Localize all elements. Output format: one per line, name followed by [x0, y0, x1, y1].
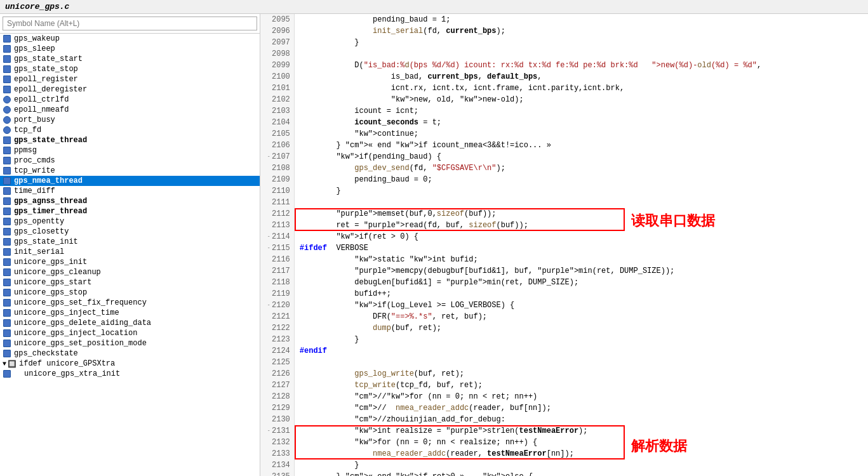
line-number: 2123	[264, 334, 290, 345]
fold-button[interactable]: -	[264, 242, 270, 254]
sidebar-item-unicore_gps_stop[interactable]: unicore_gps_stop	[0, 288, 260, 298]
code-line: "kw">if(Log_Level >= LOG_VERBOSE) {	[300, 300, 863, 311]
sidebar-item-port_busy[interactable]: port_busy	[0, 115, 260, 125]
line-number: 2118	[264, 277, 290, 288]
rect-icon	[3, 208, 11, 215]
fold-button[interactable]: -	[264, 300, 270, 311]
sidebar-item-label: gps_checkstate	[14, 349, 78, 358]
symbol-type-icon	[3, 308, 11, 317]
code-line: bufid++;	[300, 288, 863, 300]
sidebar-item-gps_wakeup[interactable]: gps_wakeup	[0, 34, 260, 44]
search-input[interactable]	[3, 17, 257, 30]
rect-icon	[3, 238, 11, 246]
symbol-type-icon	[3, 258, 11, 267]
symbol-type-icon	[3, 369, 11, 378]
line-number: -2131	[264, 425, 290, 437]
line-number: 2105	[264, 128, 290, 140]
file-title: unicore_gps.c	[5, 2, 69, 11]
sidebar-item-init_serial[interactable]: init_serial	[0, 247, 260, 257]
sidebar-item-label: unicore_gps_set_position_mode	[14, 339, 147, 348]
sidebar-item-ifdef_unicore_GPSXtra[interactable]: ▼ 🔲 ifdef unicore_GPSXtra	[0, 359, 260, 369]
rect-icon	[3, 319, 11, 327]
sidebar-item-unicore_gps_inject_location[interactable]: unicore_gps_inject_location	[0, 328, 260, 338]
sidebar-item-label: gps_agnss_thread	[14, 197, 87, 206]
rect-icon	[3, 167, 11, 175]
symbol-type-icon	[3, 136, 11, 145]
symbol-list[interactable]: gps_wakeup gps_sleep gps_state_start gps…	[0, 34, 260, 476]
sidebar-item-unicore_gps_cleanup[interactable]: unicore_gps_cleanup	[0, 267, 260, 277]
code-line: "kw">continue;	[300, 128, 863, 140]
symbol-type-icon	[3, 248, 11, 256]
sidebar-item-proc_cmds[interactable]: proc_cmds	[0, 155, 260, 166]
sidebar-item-gps_state_start[interactable]: gps_state_start	[0, 54, 260, 64]
sidebar-item-gps_state_stop[interactable]: gps_state_stop	[0, 64, 260, 74]
code-line: }	[300, 334, 863, 345]
symbol-type-icon	[3, 237, 11, 246]
sidebar-item-label: gps_opentty	[14, 217, 64, 226]
line-number: 2099	[264, 60, 290, 71]
sidebar-item-ppmsg[interactable]: ppmsg	[0, 145, 260, 155]
group-icon: 🔲	[8, 359, 17, 368]
sidebar-item-tcp_write[interactable]: tcp_write	[0, 166, 260, 176]
code-line: gps_dev_send(fd, "$CFGSAVE\r\n");	[300, 162, 863, 174]
code-panel[interactable]: 2095209620972098209921002101210221032104…	[260, 14, 868, 476]
sidebar-item-unicore_gps_start[interactable]: unicore_gps_start	[0, 277, 260, 288]
sidebar-item-gps_opentty[interactable]: gps_opentty	[0, 216, 260, 227]
symbol-type-icon	[3, 166, 11, 175]
line-number: -2107	[264, 151, 290, 162]
sidebar-item-gps_checkstate[interactable]: gps_checkstate	[0, 348, 260, 359]
sidebar-item-gps_state_thread[interactable]: gps_state_thread	[0, 135, 260, 145]
code-line: D("is_bad:%d(bps %d/%d) icount: rx:%d tx…	[300, 60, 863, 71]
sidebar-item-epoll_deregister[interactable]: epoll_deregister	[0, 84, 260, 95]
symbol-type-icon	[3, 268, 11, 277]
sidebar-item-tcp_fd[interactable]: tcp_fd	[0, 125, 260, 135]
rect-icon	[3, 340, 11, 347]
sidebar-item-unicore_gps_set_fix_frequency[interactable]: unicore_gps_set_fix_frequency	[0, 298, 260, 308]
sidebar-item-gps_closetty[interactable]: gps_closetty	[0, 227, 260, 237]
line-number: 2108	[264, 162, 290, 174]
line-number: 2103	[264, 105, 290, 117]
circle-icon	[3, 96, 11, 103]
line-number: 2129	[264, 402, 290, 414]
fold-button[interactable]: -	[264, 425, 270, 437]
sidebar-item-epoll_ctrlfd[interactable]: epoll_ctrlfd	[0, 95, 260, 105]
rect-icon	[3, 45, 11, 53]
sidebar-item-label: unicore_gps_start	[14, 278, 91, 287]
code-line: }	[300, 459, 863, 471]
sidebar-item-unicore_gps_set_position_mode[interactable]: unicore_gps_set_position_mode	[0, 338, 260, 348]
sidebar-item-label: tcp_fd	[14, 126, 41, 135]
symbol-type-icon	[3, 85, 11, 94]
line-number: 2096	[264, 25, 290, 37]
sidebar-item-epoll_nmeafd[interactable]: epoll_nmeafd	[0, 105, 260, 115]
sidebar-item-label: epoll_deregister	[14, 85, 87, 94]
sidebar-item-gps_nmea_thread[interactable]: gps_nmea_thread	[0, 176, 260, 186]
code-line: init_serial(fd, current_bps);	[300, 25, 863, 37]
fold-button[interactable]: -	[264, 471, 270, 476]
sidebar-item-gps_agnss_thread[interactable]: gps_agnss_thread	[0, 196, 260, 206]
symbol-type-icon	[3, 298, 11, 307]
sidebar-item-unicore_gps_xtra_init[interactable]: unicore_gps_xtra_init	[0, 369, 260, 379]
fold-button[interactable]: -	[264, 151, 270, 162]
sidebar-item-label: epoll_ctrlfd	[14, 95, 69, 104]
sidebar-item-unicore_gps_inject_time[interactable]: unicore_gps_inject_time	[0, 308, 260, 318]
sidebar-item-time_diff[interactable]: time_diff	[0, 186, 260, 196]
code-line: icount = icnt;	[300, 105, 863, 117]
circle-icon	[3, 126, 11, 134]
sidebar-item-unicore_gps_init[interactable]: unicore_gps_init	[0, 257, 260, 267]
sidebar-item-epoll_register[interactable]: epoll_register	[0, 74, 260, 84]
sidebar-item-gps_sleep[interactable]: gps_sleep	[0, 44, 260, 54]
line-number: -2114	[264, 231, 290, 242]
line-numbers: 2095209620972098209921002101210221032104…	[260, 14, 295, 476]
sidebar-item-gps_timer_thread[interactable]: gps_timer_thread	[0, 206, 260, 216]
sidebar-item-label: gps_sleep	[14, 44, 55, 53]
sidebar-item-label: unicore_gps_init	[14, 258, 87, 267]
sidebar: gps_wakeup gps_sleep gps_state_start gps…	[0, 14, 260, 476]
group-toggle[interactable]: ▼	[3, 360, 6, 367]
symbol-type-icon	[3, 339, 11, 348]
fold-button[interactable]: -	[264, 231, 270, 242]
line-number: 2102	[264, 94, 290, 105]
rect-icon	[3, 157, 11, 164]
sidebar-item-unicore_gps_delete_aiding_data[interactable]: unicore_gps_delete_aiding_data	[0, 318, 260, 328]
sidebar-item-gps_state_init[interactable]: gps_state_init	[0, 237, 260, 247]
line-number: 2098	[264, 48, 290, 60]
